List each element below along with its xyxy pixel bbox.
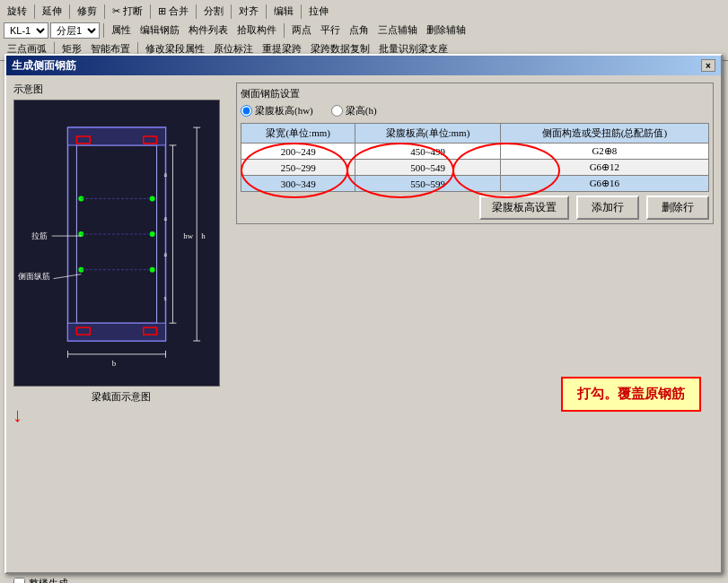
kl-select[interactable]: KL-1 [4, 22, 48, 39]
toolbar-properties[interactable]: 属性 [108, 22, 135, 39]
annotation-box: 打勾。覆盖原钢筋 [561, 377, 701, 412]
toolbar-merge[interactable]: ⊞ 合并 [154, 3, 192, 20]
table-row: 250~299 500~549 G6⊕12 [241, 160, 709, 176]
table-row: 300~349 550~599 G6⊕16 [241, 176, 709, 192]
annotation-text: 打勾。覆盖原钢筋 [577, 387, 685, 401]
toolbar-extend[interactable]: 延伸 [39, 3, 66, 20]
svg-text:s: s [164, 294, 167, 302]
break-icon: ✂ [112, 5, 120, 16]
delete-row-button[interactable]: 删除行 [646, 196, 709, 220]
action-btn-row: 梁腹板高设置 添加行 删除行 [241, 196, 709, 220]
table-cell-hw-2[interactable]: 500~549 [355, 160, 500, 176]
toolbar-rotate[interactable]: 旋转 [4, 3, 31, 20]
radio-row: 梁腹板高(hw) 梁高(h) [241, 104, 709, 117]
table-header-hw: 梁腹板高(单位:mm) [355, 124, 500, 144]
separator [103, 23, 104, 38]
radio-h-option[interactable]: 梁高(h) [331, 104, 377, 117]
down-arrow-annotation: ↓ [13, 404, 22, 427]
separator [34, 4, 35, 19]
toolbar-align[interactable]: 对齐 [235, 3, 262, 20]
radio-hw-option[interactable]: 梁腹板高(hw) [241, 104, 313, 117]
table-cell-rebar-3[interactable]: G6⊕16 [500, 176, 708, 192]
table-cell-width-1[interactable]: 200~249 [241, 144, 355, 160]
toolbar-delete-aux[interactable]: 删除辅轴 [423, 22, 469, 39]
svg-text:拉筋: 拉筋 [31, 231, 48, 240]
diagram-section-label: 示意图 [13, 83, 229, 96]
toolbar-parallel[interactable]: 平行 [317, 22, 344, 39]
diagram-box: 拉筋 侧面纵筋 hw h [13, 100, 220, 387]
layer-select[interactable]: 分层1 [50, 22, 100, 39]
whole-building-checkbox[interactable] [13, 578, 25, 583]
dialog-titlebar: 生成侧面钢筋 × [6, 56, 721, 75]
svg-text:hw: hw [183, 231, 193, 240]
radio-h-input[interactable] [331, 105, 343, 117]
svg-text:a: a [164, 250, 168, 258]
checkbox-row-1: 整楼生成 [13, 577, 714, 583]
separator [104, 4, 105, 19]
separator [284, 23, 285, 38]
table-wrapper: 梁宽(单位:mm) 梁腹板高(单位:mm) 侧面构造或受扭筋(总配筋值) 200… [241, 123, 709, 192]
table-cell-width-3[interactable]: 300~349 [241, 176, 355, 192]
toolbar-edit[interactable]: 编辑 [270, 3, 297, 20]
table-header-rebar: 侧面构造或受扭筋(总配筋值) [500, 124, 708, 144]
settings-table: 梁宽(单位:mm) 梁腹板高(单位:mm) 侧面构造或受扭筋(总配筋值) 200… [241, 123, 709, 192]
svg-rect-4 [67, 323, 165, 341]
right-panel: 侧面钢筋设置 梁腹板高(hw) 梁高(h) [236, 83, 714, 565]
svg-text:a: a [164, 170, 168, 178]
table-cell-hw-1[interactable]: 450~499 [355, 144, 500, 160]
svg-text:a: a [164, 214, 168, 222]
toolbar-area: 旋转 延伸 修剪 ✂ 打断 ⊞ 合并 分割 对齐 编辑 拉伸 KL-1 分层1 … [0, 0, 728, 61]
radio-hw-input[interactable] [241, 105, 252, 117]
bottom-section: 整楼生成 布置范围内，梁跨中有侧面钢筋信息时覆盖原钢筋信息... ◄ 说明 1.… [6, 572, 721, 583]
whole-building-label: 整楼生成 [29, 577, 68, 583]
toolbar-row-2: KL-1 分层1 属性 编辑钢筋 构件列表 拾取构件 两点 平行 点角 三点辅轴… [4, 21, 724, 39]
beam-height-settings-button[interactable]: 梁腹板高设置 [479, 196, 569, 220]
toolbar-three-point[interactable]: 三点辅轴 [374, 22, 421, 39]
separator [196, 4, 197, 19]
separator [69, 4, 70, 19]
toolbar-edit-rebar[interactable]: 编辑钢筋 [136, 22, 183, 39]
table-cell-hw-3[interactable]: 550~599 [355, 176, 500, 192]
toolbar-angle[interactable]: 点角 [346, 22, 373, 39]
toolbar-break[interactable]: ✂ 打断 [109, 3, 146, 20]
beam-diagram-svg: 拉筋 侧面纵筋 hw h [14, 100, 219, 386]
separator [266, 4, 267, 19]
table-cell-rebar-1[interactable]: G2⊕8 [500, 144, 708, 160]
svg-text:侧面纵筋: 侧面纵筋 [18, 272, 50, 281]
svg-text:h: h [201, 231, 206, 240]
table-cell-rebar-2[interactable]: G6⊕12 [500, 160, 708, 176]
main-dialog: 生成侧面钢筋 × 示意图 [4, 54, 723, 574]
diagram-caption: 梁截面示意图 [13, 390, 229, 404]
radio-h-label: 梁高(h) [346, 104, 377, 117]
svg-text:b: b [112, 359, 117, 368]
toolbar-split[interactable]: 分割 [200, 3, 227, 20]
toolbar-trim[interactable]: 修剪 [74, 3, 101, 20]
separator [301, 4, 302, 19]
table-cell-width-2[interactable]: 250~299 [241, 160, 355, 176]
settings-group: 侧面钢筋设置 梁腹板高(hw) 梁高(h) [236, 83, 714, 224]
table-header-beam-width: 梁宽(单位:mm) [241, 124, 355, 144]
table-row: 200~249 450~499 G2⊕8 [241, 144, 709, 160]
add-row-button[interactable]: 添加行 [576, 196, 639, 220]
separator [150, 4, 151, 19]
table-header-row: 梁宽(单位:mm) 梁腹板高(单位:mm) 侧面构造或受扭筋(总配筋值) [241, 124, 709, 144]
toolbar-stretch[interactable]: 拉伸 [305, 3, 332, 20]
settings-title: 侧面钢筋设置 [241, 87, 709, 100]
toolbar-pick-component[interactable]: 拾取构件 [233, 22, 280, 39]
toolbar-component-list[interactable]: 构件列表 [185, 22, 232, 39]
toolbar-row-1: 旋转 延伸 修剪 ✂ 打断 ⊞ 合并 分割 对齐 编辑 拉伸 [4, 2, 724, 21]
dialog-title: 生成侧面钢筋 [12, 58, 76, 74]
separator [231, 4, 232, 19]
left-panel: 示意图 [13, 83, 229, 565]
dialog-content: 示意图 [6, 75, 721, 572]
radio-hw-label: 梁腹板高(hw) [255, 104, 313, 117]
merge-icon: ⊞ [158, 5, 166, 16]
dialog-close-button[interactable]: × [701, 59, 715, 72]
toolbar-two-point[interactable]: 两点 [288, 22, 315, 39]
